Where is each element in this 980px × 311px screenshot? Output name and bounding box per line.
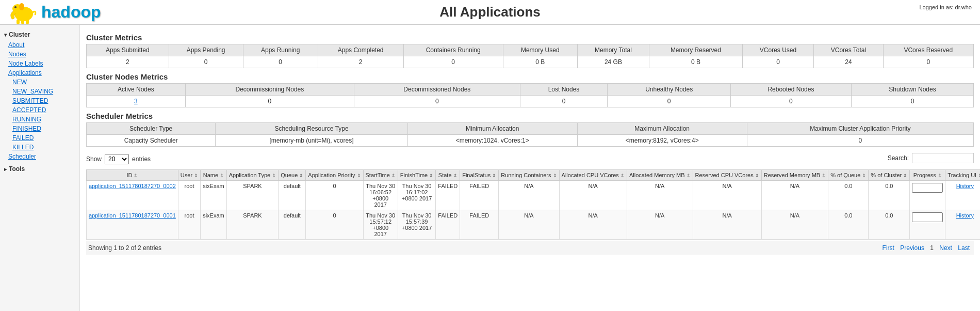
scheduler-val-1: [memory-mb (unit=Mi), vcores] (216, 135, 407, 147)
sidebar-tools-header[interactable]: ▸ Tools (0, 163, 79, 175)
apps-col-6[interactable]: StartTime ⇕ (363, 170, 398, 181)
nodes-metrics-col-1: Decommissioning Nodes (185, 84, 354, 96)
app-alloc-mem-1: N/A (627, 210, 693, 240)
cluster-metrics-col-6: Memory Total (577, 44, 649, 56)
pagination-previous[interactable]: Previous (900, 244, 924, 252)
sort-icon: ⇕ (299, 173, 303, 178)
nodes-metrics-val-6: 0 (851, 96, 973, 107)
cluster-metrics-col-5: Memory Used (503, 44, 577, 56)
app-queue-1: default (279, 210, 306, 240)
scheduler-col-3: Maximum Allocation (577, 123, 747, 135)
sidebar-item-failed[interactable]: FAILED (0, 133, 79, 143)
progress-input-0[interactable] (912, 183, 943, 193)
app-reserved-cpu-1: N/A (693, 210, 761, 240)
main-layout: ▾ Cluster About Nodes Node Labels Applic… (0, 25, 980, 311)
apps-col-11[interactable]: Allocated CPU VCores ⇕ (559, 170, 627, 181)
sidebar-item-nodes[interactable]: Nodes (0, 50, 79, 59)
apps-col-1[interactable]: User ⇕ (178, 170, 200, 181)
search-area: Search: (888, 153, 974, 163)
cluster-metrics-val-8: 0 (742, 56, 814, 68)
cluster-metrics-val-7: 0 B (649, 56, 743, 68)
sidebar: ▾ Cluster About Nodes Node Labels Applic… (0, 25, 80, 311)
app-finish-time-1: Thu Nov 30 15:57:39 +0800 2017 (398, 210, 435, 240)
apps-col-15[interactable]: % of Queue ⇕ (828, 170, 869, 181)
cluster-metrics-col-10: VCores Reserved (883, 44, 973, 56)
search-input[interactable] (912, 153, 974, 163)
sort-icon: ⇕ (391, 173, 396, 178)
apps-col-0[interactable]: ID ⇕ (87, 170, 178, 181)
apps-col-5[interactable]: Application Priority ⇕ (306, 170, 363, 181)
apps-col-12[interactable]: Allocated Memory MB ⇕ (627, 170, 693, 181)
app-alloc-cpu-1: N/A (559, 210, 627, 240)
app-start-time-0: Thu Nov 30 16:06:52 +0800 2017 (363, 181, 398, 210)
scheduler-val-4: 0 (747, 135, 973, 147)
sort-icon: ⇕ (755, 173, 759, 178)
pagination-last[interactable]: Last (958, 244, 970, 252)
entries-select[interactable]: 20 50 100 (105, 154, 129, 164)
scheduler-col-4: Maximum Cluster Application Priority (747, 123, 973, 135)
app-priority-1: 0 (306, 210, 363, 240)
apps-col-8[interactable]: State ⇕ (436, 170, 460, 181)
sort-icon: ⇕ (553, 173, 557, 178)
apps-col-2[interactable]: Name ⇕ (201, 170, 227, 181)
cluster-metrics-val-3: 2 (318, 56, 403, 68)
sort-icon: ⇕ (134, 173, 138, 178)
progress-input-1[interactable] (912, 212, 943, 222)
page-header: hadoop All Applications Logged in as: dr… (0, 0, 980, 25)
nodes-metrics-col-3: Lost Nodes (520, 84, 608, 96)
apps-col-9[interactable]: FinalStatus ⇕ (460, 170, 499, 181)
app-progress-1 (910, 210, 945, 240)
apps-col-14[interactable]: Reserved Memory MB ⇕ (761, 170, 828, 181)
sidebar-item-running[interactable]: RUNNING (0, 115, 79, 124)
sidebar-item-about[interactable]: About (0, 40, 79, 50)
app-id-link-1[interactable]: application_1511780187270_0001 (89, 212, 176, 219)
app-name-0: sixExam (201, 181, 227, 210)
scheduler-col-0: Scheduler Type (87, 123, 216, 135)
app-pct-cluster-1: 0.0 (869, 210, 910, 240)
sidebar-item-finished[interactable]: FINISHED (0, 124, 79, 133)
scheduler-val-3: <memory:8192, vCores:4> (577, 135, 747, 147)
cluster-metrics-val-6: 24 GB (577, 56, 649, 68)
show-entries: Show 20 50 100 entries (86, 154, 151, 164)
app-id-link-0[interactable]: application_1511780187270_0002 (89, 183, 176, 189)
sidebar-item-new-saving[interactable]: NEW_SAVING (0, 87, 79, 96)
apps-col-10[interactable]: Running Containers ⇕ (499, 170, 559, 181)
sidebar-item-node-labels[interactable]: Node Labels (0, 59, 79, 68)
sidebar-item-accepted[interactable]: ACCEPTED (0, 105, 79, 115)
app-tracking-ui-link-0[interactable]: History (956, 183, 974, 189)
sidebar-item-killed[interactable]: KILLED (0, 143, 79, 152)
cluster-metrics-col-9: VCores Total (814, 44, 883, 56)
apps-col-13[interactable]: Reserved CPU VCores ⇕ (693, 170, 761, 181)
apps-col-7[interactable]: FinishTime ⇕ (398, 170, 435, 181)
sidebar-item-applications[interactable]: Applications (0, 68, 79, 77)
nodes-metrics-val-4: 0 (608, 96, 730, 107)
active-nodes-link[interactable]: 3 (134, 98, 138, 105)
sidebar-item-scheduler[interactable]: Scheduler (0, 152, 79, 161)
sort-icon: ⇕ (620, 173, 625, 178)
nodes-metrics-col-2: Decommissioned Nodes (354, 84, 520, 96)
app-tracking-ui-link-1[interactable]: History (956, 212, 974, 219)
app-state-1: FAILED (436, 210, 460, 240)
app-tracking-ui-1: History (945, 210, 980, 240)
hadoop-logo-icon (8, 0, 39, 25)
svg-point-3 (15, 6, 15, 7)
app-tracking-ui-0: History (945, 181, 980, 210)
app-pct-queue-1: 0.0 (828, 210, 869, 240)
sidebar-item-new[interactable]: NEW (0, 77, 79, 87)
apps-col-3[interactable]: Application Type ⇕ (226, 170, 279, 181)
pagination-next[interactable]: Next (939, 244, 952, 252)
svg-rect-7 (26, 19, 29, 24)
app-final-status-1: FAILED (460, 210, 499, 240)
apps-col-17[interactable]: Progress ⇕ (910, 170, 945, 181)
sidebar-item-submitted[interactable]: SUBMITTED (0, 96, 79, 105)
cluster-arrow-icon: ▾ (4, 32, 7, 38)
apps-col-16[interactable]: % of Cluster ⇕ (869, 170, 910, 181)
pagination-first[interactable]: First (883, 244, 894, 252)
apps-col-4[interactable]: Queue ⇕ (279, 170, 306, 181)
apps-col-18[interactable]: Tracking UI ⇕ (945, 170, 980, 181)
app-state-0: FAILED (436, 181, 460, 210)
app-reserved-mem-1: N/A (761, 210, 828, 240)
cluster-nodes-table: Active NodesDecommissioning NodesDecommi… (86, 83, 974, 107)
sidebar-cluster-header[interactable]: ▾ Cluster (0, 29, 79, 40)
app-queue-0: default (279, 181, 306, 210)
